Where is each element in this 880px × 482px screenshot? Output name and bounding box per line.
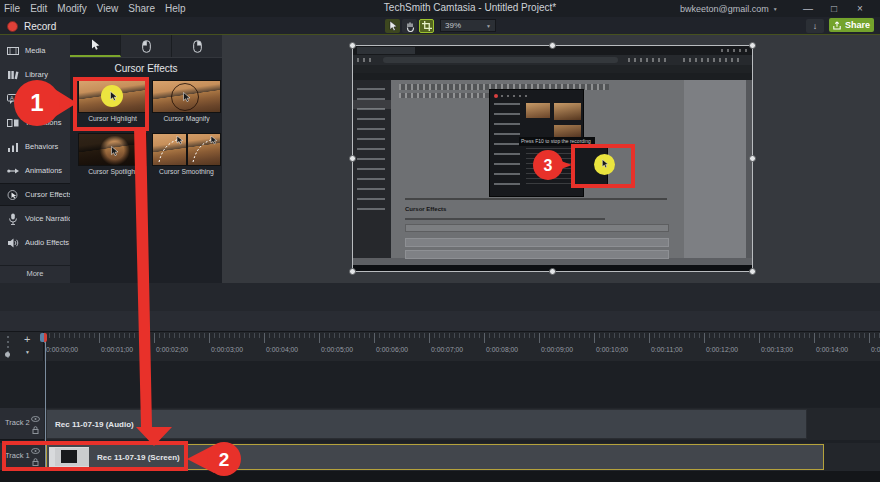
sidebar-more-button[interactable]: More (0, 269, 70, 278)
selection-handle[interactable] (549, 42, 556, 49)
canvas-zoom-value: 39% (445, 21, 461, 30)
doc-paragraph-line (405, 198, 667, 200)
selection-handle[interactable] (349, 268, 356, 275)
minimize-button[interactable]: — (795, 3, 821, 14)
share-button[interactable]: Share (829, 18, 874, 32)
browser-tab (357, 47, 415, 54)
eye-icon[interactable] (31, 448, 40, 454)
transitions-icon (7, 117, 19, 129)
clip-thumbnail-dark-window (61, 450, 77, 463)
effect-thumbnail (152, 133, 221, 166)
track2-header: Track 2 (0, 408, 44, 440)
bookmarks-bar (353, 65, 752, 73)
preview-media[interactable]: Cursor Effects Categories Tags (352, 45, 753, 272)
sidebar-item-voice-narration[interactable]: Voice Narration (0, 207, 70, 230)
pan-tool-button[interactable] (402, 19, 417, 33)
maximize-button[interactable]: □ (821, 3, 847, 14)
recorder-record-dot (494, 94, 498, 98)
doc-section-bar (405, 238, 669, 247)
sidebar-divider (0, 265, 70, 266)
selection-handle[interactable] (549, 268, 556, 275)
recorder-sidebar-items (494, 103, 520, 185)
sidebar-item-media[interactable]: Media (0, 39, 70, 62)
sidebar-item-label: Library (25, 70, 48, 79)
effect-label: Cursor Smoothing (152, 168, 221, 175)
ruler-label: 0:00:04;00 (266, 346, 321, 353)
record-button[interactable]: Record (7, 19, 56, 33)
timeline-ruler[interactable]: 0:00:00;00 0:00:01;00 0:00:02;00 0:00:03… (0, 331, 880, 361)
recorder-tooltip: Press F10 to stop the recording (519, 137, 595, 146)
sidebar-item-cursor-effects[interactable]: Cursor Effects (0, 183, 70, 206)
track2-name: Track 2 (5, 418, 30, 427)
close-button[interactable]: × (847, 3, 873, 14)
sidebar-item-label: Voice Narration (25, 214, 76, 223)
export-button[interactable]: ↓ (806, 19, 824, 33)
sidebar-item-behaviors[interactable]: Behaviors (0, 135, 70, 158)
sidebar-item-transitions[interactable]: Transitions (0, 111, 70, 134)
effect-thumbnail (78, 133, 147, 166)
effect-cursor-highlight[interactable]: Cursor Highlight (78, 80, 147, 122)
effect-cursor-magnify[interactable]: Cursor Magnify (152, 80, 221, 122)
sidebar-item-audio-effects[interactable]: Audio Effects (0, 231, 70, 254)
clip-audio[interactable]: Rec 11-07-19 (Audio) (46, 409, 807, 439)
wp-settings-sidebar: Categories Tags (684, 80, 746, 258)
menu-share[interactable]: Share (128, 3, 155, 14)
selection-handle[interactable] (749, 155, 756, 162)
menu-file[interactable]: File (4, 3, 20, 14)
ruler-major-ticks (44, 333, 880, 343)
effects-panel: Cursor Effects Cursor Highlight Cursor M… (70, 35, 222, 283)
selection-handle[interactable] (749, 42, 756, 49)
sidebar-item-label: Transitions (25, 118, 61, 127)
account-email: bwkeeton@gmail.com (680, 4, 769, 14)
lock-icon[interactable] (32, 458, 39, 466)
menu-help[interactable]: Help (165, 3, 186, 14)
menu-view[interactable]: View (97, 3, 119, 14)
sidebar-item-label: Behaviors (25, 142, 58, 151)
crop-tool-button[interactable] (419, 19, 434, 33)
cursor-arrow-icon (109, 91, 118, 102)
sidebar-item-label: Animations (25, 166, 62, 175)
tab-cursor-arrow[interactable] (70, 35, 121, 57)
menu-modify[interactable]: Modify (57, 3, 86, 14)
tab-mouse-right-click[interactable] (172, 35, 222, 57)
annotations-icon: A (7, 93, 19, 105)
effect-cursor-spotlight[interactable]: Cursor Spotlight (78, 133, 147, 175)
sidebar-item-animations[interactable]: Animations (0, 159, 70, 182)
lock-icon[interactable] (32, 426, 39, 434)
track-height-knob[interactable] (5, 352, 10, 357)
hand-icon (405, 21, 415, 32)
timeline-tracks: Track 2 Rec 11-07-19 (Audio) Track 1 Rec… (0, 361, 880, 471)
panel-divider (70, 57, 222, 58)
sidebar-item-library[interactable]: Library (0, 63, 70, 86)
add-track-button[interactable]: + (24, 333, 30, 345)
ruler-label: 0:00:07;00 (431, 346, 486, 353)
track1-lane: Rec 11-07-19 (Screen) (44, 443, 880, 471)
ruler-labels: 0:00:00;00 0:00:01;00 0:00:02;00 0:00:03… (46, 346, 880, 353)
sidebar-item-annotations[interactable]: A Annotations (0, 87, 70, 110)
share-label: Share (845, 20, 870, 30)
selection-handle[interactable] (349, 155, 356, 162)
ruler-label: 0:00:06;00 (376, 346, 431, 353)
track1-header: Track 1 (0, 443, 44, 471)
track1-name: Track 1 (5, 451, 30, 460)
selection-handle[interactable] (749, 268, 756, 275)
ruler-label: 0:00:14;00 (816, 346, 871, 353)
selection-tool-button[interactable] (385, 19, 400, 33)
timeline-scrollbar[interactable] (0, 471, 880, 482)
tab-mouse-left-click[interactable] (121, 35, 172, 57)
selection-handle[interactable] (349, 42, 356, 49)
playhead-line[interactable] (45, 341, 46, 471)
effect-label: Cursor Spotlight (78, 168, 147, 175)
microphone-icon (7, 213, 19, 225)
wp-sidebar (353, 80, 391, 258)
collapse-tracks-button[interactable]: ▼ (25, 349, 30, 355)
playhead-head-right[interactable] (44, 333, 47, 342)
eye-icon[interactable] (31, 416, 40, 422)
account-menu[interactable]: bwkeeton@gmail.com ▼ (680, 2, 778, 15)
menu-edit[interactable]: Edit (30, 3, 47, 14)
canvas-zoom-select[interactable]: 39% ▼ (440, 19, 496, 32)
clip-screen[interactable]: Rec 11-07-19 (Screen) (46, 444, 824, 470)
ruler-label: 0:00:10;00 (596, 346, 651, 353)
sidebar-item-label: Audio Effects (25, 238, 69, 247)
effect-cursor-smoothing[interactable]: Cursor Smoothing (152, 133, 221, 175)
